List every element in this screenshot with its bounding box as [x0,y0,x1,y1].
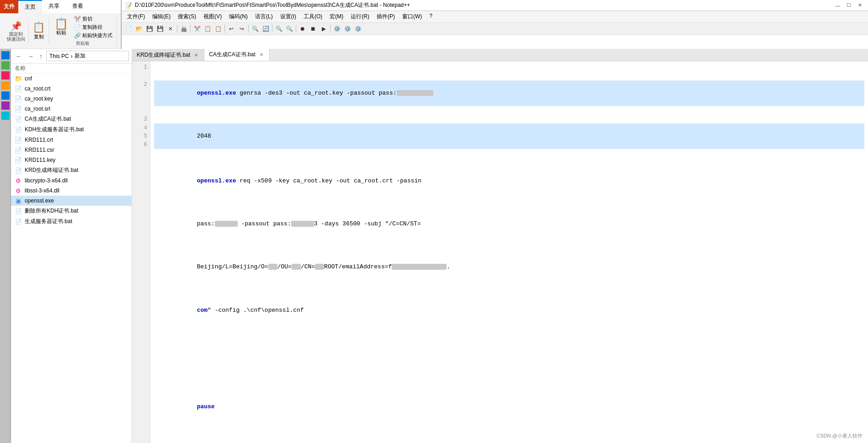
minimize-button[interactable]: — [833,2,842,9]
file-item-libssl[interactable]: ⚙ libssl-3-x64.dll [11,186,132,196]
code-passout: -passout pass: [238,220,291,227]
strip-icon-7[interactable] [1,112,10,120]
address-path[interactable]: This PC › 新加 [46,51,129,61]
tab-ca[interactable]: CA生成CA证书.bat ✕ [204,49,269,61]
toolbar-save[interactable]: 💾 [144,24,154,34]
close-button[interactable]: ✕ [855,2,864,9]
notepad-editor[interactable]: 1 2 3 4 5 6 openssl.exe genrsa -des3 -ou… [132,61,868,443]
menu-encode[interactable]: 编码(N) [225,12,251,21]
code-line-3 [154,342,864,351]
toolbar-macro-stop[interactable]: ⏹ [308,24,318,34]
pin-quick-access[interactable]: 📌 固定到快速访问 [4,19,29,43]
up-button[interactable]: ↑ [37,52,44,61]
toolbar-extra1[interactable]: ⚙️ [332,24,342,34]
clipboard-row: 📋 粘贴 ✂️ 剪切 📄 复制路径 [52,15,114,39]
file-icon: 📄 [15,156,22,164]
tab-share[interactable]: 共享 [42,0,66,13]
file-item-ca-root-key[interactable]: 📄 ca_root.key [11,94,132,104]
file-item-openssl[interactable]: ▣ openssl.exe [11,196,132,206]
toolbar-macro[interactable]: ⏺ [298,24,308,34]
menu-macro[interactable]: 宏(M) [326,12,347,21]
notepad-tabs: KRD生成终端证书.bat ✕ CA生成CA证书.bat ✕ [132,49,868,61]
file-item-ca-root-crt[interactable]: 📄 ca_root.crt [11,84,132,94]
restore-button[interactable]: ☐ [844,2,853,9]
toolbar-print[interactable]: 🖨️ [179,24,189,34]
file-list[interactable]: 📁 cnf 📄 ca_root.crt 📄 ca_root.key [11,74,132,443]
file-item-cnf[interactable]: 📁 cnf [11,74,132,84]
tab-ca-close[interactable]: ✕ [258,52,265,58]
explorer-panel-header: 文件 主页 共享 查看 📌 固定到快速访问 📋 复制 [0,0,121,49]
dll-icon: ⚙ [15,187,22,194]
toolbar-run-macro[interactable]: ▶ [319,24,329,34]
menu-language[interactable]: 语言(L) [251,12,277,21]
file-icon: 📄 [15,105,22,112]
cut-button[interactable]: ✂️ 剪切 [73,15,114,23]
strip-icon-4[interactable] [1,81,10,90]
toolbar-zoom-out[interactable]: 🔍 [284,24,294,34]
file-item-krd111-csr[interactable]: 📄 KRD111.csr [11,145,132,155]
strip-icon-5[interactable] [1,91,10,100]
bat-icon: 📄 [15,208,22,215]
paste-button[interactable]: 📋 粘贴 [52,17,71,37]
cut-icon: ✂️ [74,16,81,22]
code-line-5: pause [154,394,864,420]
blurred-password-2 [215,221,238,227]
toolbar-copy[interactable]: 📋 [202,24,213,34]
strip-icon-2[interactable] [1,61,10,69]
tab-home[interactable]: 主页 [18,0,42,13]
tab-view[interactable]: 查看 [66,0,90,13]
menu-settings[interactable]: 设置(I) [277,12,300,21]
paste-shortcut-icon: 🔗 [74,32,81,39]
tab-krd[interactable]: KRD生成终端证书.bat ✕ [132,49,204,61]
toolbar-find[interactable]: 🔍 [250,24,260,34]
menu-window[interactable]: 窗口(W) [399,12,426,21]
menu-search[interactable]: 搜索(S) [174,12,200,21]
toolbar-redo[interactable]: ↪ [237,24,247,34]
copy-path-button[interactable]: 📄 复制路径 [73,23,114,31]
toolbar-open[interactable]: 📂 [134,24,144,34]
file-item-krd111-key[interactable]: 📄 KRD111.key [11,155,132,165]
toolbar-replace[interactable]: 🔄 [261,24,271,34]
file-item-krd-bat[interactable]: 📄 KRD生成终端证书.bat [11,165,132,176]
back-button[interactable]: ← [14,52,24,61]
toolbar-save-all[interactable]: 💾 [155,24,165,34]
toolbar-new[interactable]: 📄 [123,24,133,34]
path-this-pc: This PC [49,53,69,59]
menu-plugins[interactable]: 插件(P) [373,12,399,21]
toolbar-sep-4 [248,25,249,33]
bat-icon: 📄 [15,167,22,174]
toolbar-extra2[interactable]: ⚙️ [342,24,352,34]
menu-edit[interactable]: 编辑(E) [149,12,174,21]
file-item-ca-bat[interactable]: 📄 CA生成CA证书.bat [11,114,132,124]
strip-icon-1[interactable] [1,51,10,59]
strip-icon-3[interactable] [1,71,10,80]
file-item-kdh-bat[interactable]: 📄 KDH生成服务器证书.bat [11,124,132,135]
editor-code-content[interactable]: openssl.exe genrsa -des3 -out ca_root.ke… [150,61,868,443]
file-item-delete-bat[interactable]: 📄 删除所有KDH证书.bat [11,206,132,216]
file-name: 删除所有KDH证书.bat [25,207,78,215]
paste-label: 粘贴 [56,29,66,36]
toolbar-cut[interactable]: ✂️ [192,24,202,34]
file-item-generate-bat[interactable]: 📄 生成服务器证书.bat [11,216,132,227]
app-file-menu[interactable]: 文件 [0,0,18,13]
file-name: cnf [25,75,32,82]
menu-help[interactable]: ? [426,12,436,21]
file-item-krd111-crt[interactable]: 📄 KRD111.crt [11,135,132,145]
menu-file[interactable]: 文件(F) [123,12,149,21]
toolbar-zoom-in[interactable]: 🔍 [274,24,284,34]
toolbar-extra3[interactable]: ⚙️ [353,24,363,34]
toolbar-undo[interactable]: ↩ [226,24,236,34]
file-item-libcrypto[interactable]: ⚙ libcrypto-3-x64.dll [11,176,132,186]
toolbar-paste[interactable]: 📋 [213,24,223,34]
paste-icon: 📋 [54,18,68,29]
tab-krd-close[interactable]: ✕ [193,52,199,58]
file-item-ca-root-srl[interactable]: 📄 ca_root.srl [11,104,132,114]
menu-view[interactable]: 视图(V) [200,12,225,21]
menu-run[interactable]: 运行(R) [347,12,373,21]
paste-shortcut-button[interactable]: 🔗 粘贴快捷方式 [73,32,114,39]
strip-icon-6[interactable] [1,101,10,110]
toolbar-close[interactable]: ✕ [165,24,176,34]
forward-button[interactable]: → [26,52,36,61]
menu-tools[interactable]: 工具(O) [300,12,326,21]
copy-button[interactable]: 📋 复制 [32,21,45,40]
